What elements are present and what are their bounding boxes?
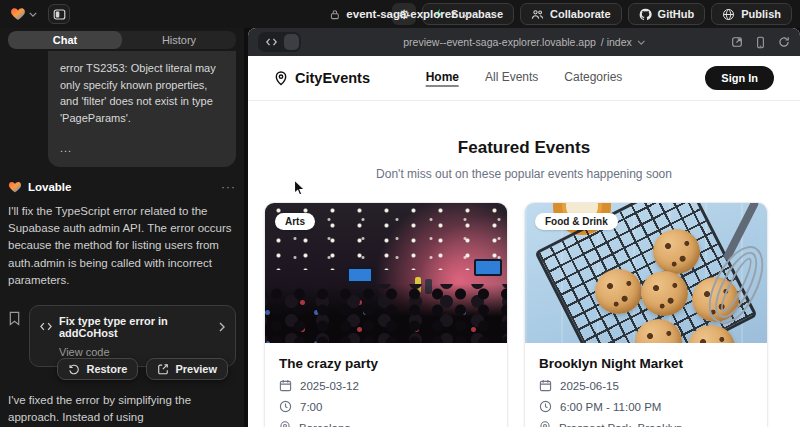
stage-screen-decor [474, 259, 502, 276]
site-brand-name: CityEvents [295, 70, 370, 86]
assistant-message-2: I've fixed the error by simplifying the … [8, 392, 236, 427]
restore-button[interactable]: Restore [57, 358, 138, 380]
open-in-new-tab-icon[interactable] [731, 36, 743, 48]
code-view-icon[interactable] [260, 34, 282, 50]
section-title: Featured Events [248, 138, 800, 158]
tab-chat-label: Chat [53, 34, 77, 46]
code-icon [40, 322, 52, 331]
event-title: Brooklyn Night Market [539, 356, 753, 371]
message-text: I've fixed the error by simplifying the … [8, 394, 191, 423]
stage-screen-decor [347, 267, 373, 283]
assistant-header: Lovable ··· [8, 180, 236, 194]
globe-icon [722, 8, 735, 21]
chevron-right-icon [219, 322, 225, 332]
clock-icon [539, 400, 552, 413]
tab-chat[interactable]: Chat [8, 31, 122, 49]
section-subtitle: Don't miss out on these popular events h… [248, 167, 800, 181]
event-time: 7:00 [300, 401, 322, 413]
event-location: Barcelona [299, 422, 351, 427]
event-card-brooklyn-market[interactable]: Food & Drink Brooklyn Night Market [524, 202, 768, 427]
collaborate-button[interactable]: Collaborate [520, 3, 622, 25]
clock-icon [279, 400, 292, 413]
toggle-sidebar-button[interactable] [48, 4, 70, 24]
event-title: The crazy party [279, 356, 493, 371]
preview-url: preview--event-saga-explorer.lovable.app [403, 36, 596, 48]
lovable-heart-icon [10, 6, 26, 22]
category-badge: Food & Drink [535, 213, 618, 230]
refresh-icon[interactable] [778, 36, 790, 48]
collaborate-label: Collaborate [550, 8, 611, 20]
preview-button[interactable]: Preview [146, 358, 228, 380]
app-topbar: event-saga-explorer ⚙ Supabase Collabora… [0, 0, 800, 28]
event-image-party: Arts [265, 203, 507, 343]
lovable-logo-menu[interactable] [8, 4, 39, 24]
project-switcher[interactable]: event-saga-explorer [329, 0, 470, 28]
restore-label: Restore [86, 363, 127, 375]
preview-label: Preview [175, 363, 217, 375]
site-content: CityEvents Home All Events Categories Si… [248, 56, 800, 427]
more-options-icon[interactable]: ··· [221, 180, 236, 194]
github-icon [639, 8, 652, 21]
nav-all-events[interactable]: All Events [485, 70, 538, 87]
event-date: 2025-03-12 [300, 380, 359, 392]
chevron-down-icon [637, 40, 645, 45]
assistant-name: Lovable [28, 181, 71, 193]
cookie-decor [595, 269, 642, 314]
tab-history[interactable]: History [122, 31, 236, 49]
bookmark-icon[interactable] [8, 311, 21, 326]
preview-panel: preview--event-saga-explorer.lovable.app… [248, 28, 800, 427]
preview-path: / index [601, 36, 632, 48]
panel-toggle-icon [53, 8, 66, 21]
code-preview-toggle[interactable] [258, 32, 301, 52]
event-date-row: 2025-06-15 [539, 379, 753, 392]
nav-home[interactable]: Home [426, 70, 459, 87]
event-time: 6:00 PM - 11:00 PM [560, 401, 661, 413]
chat-sidebar: Chat History error TS2353: Object litera… [0, 28, 244, 427]
map-pin-icon [274, 71, 288, 86]
calendar-icon [279, 379, 292, 392]
cookie-decor [641, 271, 688, 316]
publish-label: Publish [741, 8, 781, 20]
event-date-row: 2025-03-12 [279, 379, 493, 392]
chevron-down-icon [29, 12, 37, 17]
event-time-row: 7:00 [279, 400, 493, 413]
map-pin-icon [279, 421, 291, 427]
publish-button[interactable]: Publish [711, 3, 792, 25]
event-location-row: Barcelona [279, 421, 493, 427]
lovable-heart-icon [8, 180, 22, 194]
code-change-title: Fix type type error in addCoHost [59, 315, 212, 339]
external-link-icon [157, 363, 169, 375]
restore-icon [68, 363, 80, 375]
site-header: CityEvents Home All Events Categories Si… [248, 56, 800, 101]
assistant-message-1: I'll fix the TypeScript error related to… [8, 203, 236, 290]
sign-in-button[interactable]: Sign In [705, 66, 774, 90]
people-icon [531, 8, 544, 21]
event-location: Prospect Park, Brooklyn [559, 422, 682, 427]
cookie-decor [653, 229, 700, 274]
github-button[interactable]: GitHub [628, 3, 706, 25]
chat-history-tabs: Chat History [8, 31, 236, 49]
event-time-row: 6:00 PM - 11:00 PM [539, 400, 753, 413]
preview-url-bar[interactable]: preview--event-saga-explorer.lovable.app… [403, 28, 645, 56]
calendar-icon [539, 379, 552, 392]
view-code-link[interactable]: View code [59, 346, 225, 358]
nav-categories[interactable]: Categories [564, 70, 622, 87]
category-badge: Arts [275, 213, 315, 230]
lock-icon [329, 9, 340, 20]
site-nav: Home All Events Categories [426, 70, 623, 87]
github-label: GitHub [658, 8, 695, 20]
user-message-text: error TS2353: Object literal may only sp… [60, 60, 224, 126]
mobile-view-icon[interactable] [756, 36, 765, 49]
chevron-down-icon [462, 12, 471, 17]
audience-decor [265, 284, 507, 343]
preview-view-toggle-handle[interactable] [284, 34, 299, 50]
site-brand[interactable]: CityEvents [274, 70, 370, 86]
map-pin-icon [539, 421, 551, 427]
event-image-cookies: Food & Drink [525, 203, 767, 343]
event-date: 2025-06-15 [560, 380, 619, 392]
event-location-row: Prospect Park, Brooklyn [539, 421, 753, 427]
preview-toolbar: preview--event-saga-explorer.lovable.app… [248, 28, 800, 56]
event-card-crazy-party[interactable]: Arts The crazy party [264, 202, 508, 427]
featured-section-heading: Featured Events Don't miss out on these … [248, 101, 800, 181]
message-expander[interactable]: ... [60, 140, 224, 157]
